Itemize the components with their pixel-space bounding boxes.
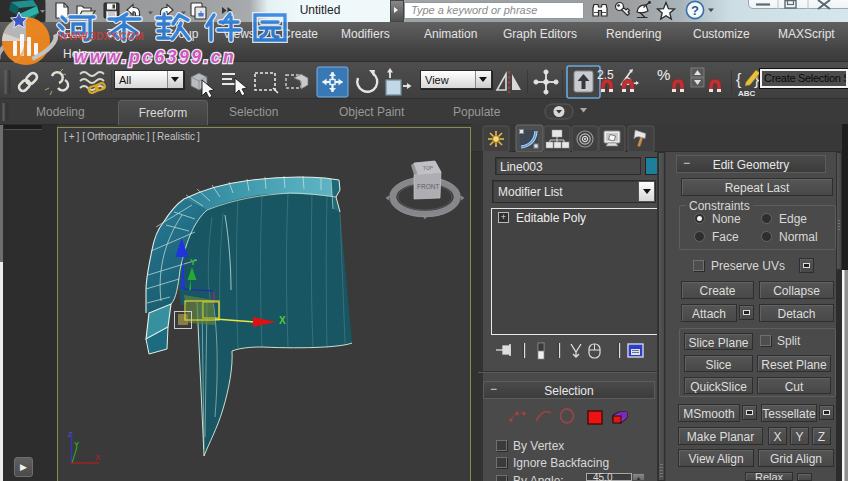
svg-text:WWW.3DXY.COM: WWW.3DXY.COM — [58, 30, 144, 42]
svg-text:X: X — [95, 453, 101, 462]
svg-text:TOP: TOP — [423, 164, 434, 171]
svg-text:Y: Y — [190, 257, 196, 267]
svg-text:{: { — [736, 71, 742, 88]
svg-text:%: % — [657, 66, 670, 83]
svg-text:FRONT: FRONT — [417, 183, 439, 190]
svg-text:ABC: ABC — [738, 89, 756, 98]
svg-text:Z: Z — [68, 430, 73, 439]
svg-text:www.pc6399.cn: www.pc6399.cn — [74, 47, 236, 67]
svg-text:?: ? — [691, 3, 699, 18]
svg-text:X: X — [279, 315, 286, 326]
svg-text:Y: Y — [74, 440, 80, 449]
